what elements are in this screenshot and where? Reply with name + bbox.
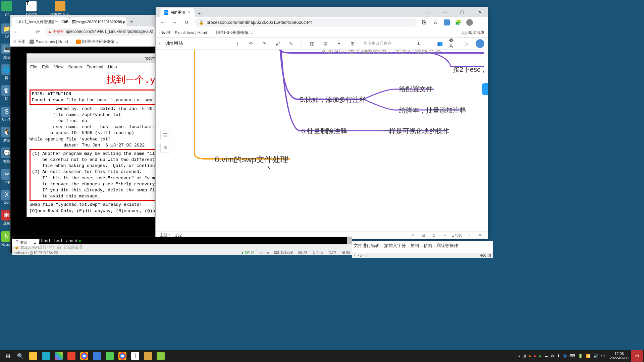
reload-button[interactable]: ⟳ [182, 18, 191, 27]
zoom-in-button[interactable]: + [466, 232, 473, 239]
app-icon[interactable] [91, 350, 103, 362]
zoom-out-button[interactable]: − [441, 232, 448, 239]
tray-icon[interactable]: ● [534, 354, 536, 358]
address-bar[interactable]: ▲ 不安全apecome.com:9494/01_Linux基础/pic/ima… [45, 28, 153, 36]
reading-list-button[interactable]: 📖阅读清单 [462, 30, 484, 36]
app-icon[interactable] [142, 350, 154, 362]
fit-icon[interactable]: ⤢ [409, 232, 416, 239]
minimize-button[interactable]: — [438, 7, 451, 16]
back-button[interactable]: ← [158, 18, 167, 27]
app-icon[interactable] [52, 350, 65, 362]
terminal-prompt-area[interactable]: [root@localhost test_vim]#▮ [12, 237, 352, 244]
more-icon[interactable]: ⋮ [233, 39, 242, 48]
layout-icon[interactable]: ▤ [321, 39, 330, 48]
browser-tab[interactable]: 📄01-7_linux文件管理篇一 · GitB…× [12, 17, 69, 26]
mindmap-node[interactable]: 给配置文件 [399, 84, 433, 94]
tray-icon[interactable]: ☁ [544, 354, 548, 358]
layout-icon[interactable]: ▥ [308, 39, 317, 48]
star-icon[interactable]: ☆ [431, 18, 439, 26]
browser-tab-active[interactable]: 🖼image-20220106201620288.p…× [69, 17, 126, 26]
back-button[interactable]: ← [12, 28, 20, 36]
bookmark-item[interactable]: Excalidraw | Hand… [175, 31, 211, 35]
extension-icon[interactable] [443, 18, 451, 26]
tray-icon[interactable]: ⓑ [563, 353, 567, 359]
tray-icon[interactable]: ● [539, 354, 541, 358]
system-tray[interactable]: ▪ ⊞ ● ● ● ☁ ✉ ⬆ ⓑ ⌨ 🔋 📶 🔊 中 [517, 353, 607, 359]
install-icon[interactable]: ⎘ [420, 18, 428, 26]
style-icon[interactable]: ✦ [335, 39, 343, 48]
typora-icon[interactable]: T [129, 350, 142, 362]
redo-button[interactable]: ↷ [260, 39, 269, 48]
forward-button[interactable]: → [23, 28, 31, 36]
collab-icon[interactable]: 👥 [435, 39, 444, 48]
play-icon[interactable]: ▷ [462, 39, 471, 48]
start-button[interactable]: ⊞ [1, 350, 14, 362]
nav-next-icon[interactable]: › [366, 253, 368, 257]
bookmark-item[interactable]: Excalidraw | Hand… [30, 40, 72, 44]
extensions-icon[interactable]: 🧩 [454, 18, 462, 26]
document-title[interactable]: vim用法 [165, 40, 183, 47]
menu-view[interactable]: View [54, 64, 63, 69]
notification-button[interactable]: 29 [631, 350, 643, 362]
menu-file[interactable]: File [30, 64, 37, 69]
user-avatar[interactable] [476, 39, 484, 48]
tray-icon[interactable]: 中 [601, 353, 605, 359]
chrome-icon[interactable] [116, 350, 129, 362]
mindmap-canvas[interactable]: 4.就可以进入编辑模式，去多行修改文本了 按2下esc，自动 5.比如，添加多行… [156, 50, 488, 231]
bookmark-item[interactable]: 阿里巴巴开源镜像… [76, 39, 118, 45]
outline-toggle-icon[interactable]: ≡ [160, 143, 170, 153]
settings-icon[interactable]: ≡ [476, 232, 484, 239]
app-icon[interactable] [103, 350, 116, 362]
mindmap-node[interactable]: 4.就可以进入编辑模式，去多行修改文本了 [322, 50, 448, 55]
forward-button[interactable]: → [170, 18, 179, 27]
apps-button[interactable]: ⠿应用 [159, 30, 170, 36]
mindmap-node-main[interactable]: 6.vim的swp文件处理 [215, 154, 288, 165]
tray-icon[interactable]: ▪ [519, 354, 520, 358]
reload-button[interactable]: ⟳ [34, 28, 42, 36]
menu-edit[interactable]: Edit [42, 64, 49, 69]
menu-terminal[interactable]: Terminal [87, 64, 103, 69]
mindmap-node[interactable]: 按2下esc，自动 [453, 65, 488, 74]
format-painter-icon[interactable]: 🖌 [273, 39, 282, 48]
edit-icon[interactable]: ✎ [287, 39, 296, 48]
outline-toggle-icon[interactable]: ☰ [160, 130, 170, 140]
app-icon[interactable] [65, 350, 78, 362]
apps-button[interactable]: ⠿应用 [13, 39, 25, 45]
minimap-icon[interactable]: ▦ [420, 232, 427, 239]
mindmap-node[interactable]: 给脚本，批量添加注释 [399, 106, 466, 115]
nav-prev-icon[interactable]: ‹ [354, 253, 356, 257]
share-icon[interactable]: �共 [449, 39, 458, 48]
scrollbar[interactable] [347, 237, 352, 244]
code-icon[interactable]: </> [358, 253, 364, 257]
browser-tab-active[interactable]: On vim用法 × [160, 8, 195, 17]
undo-button[interactable]: ↶ [247, 39, 255, 48]
profile-icon[interactable] [466, 18, 474, 26]
download-icon[interactable]: ⬇ [414, 39, 423, 48]
tray-icon[interactable]: ✉ [551, 354, 554, 358]
tray-icon[interactable]: 🔋 [578, 354, 583, 358]
address-bar[interactable]: 🔒processon.com/mindmap/6226c0311efad43be… [195, 18, 417, 27]
explorer-icon[interactable] [27, 350, 40, 362]
search-button[interactable]: 🔍 [14, 350, 27, 362]
new-tab-button[interactable]: + [195, 11, 204, 17]
app-icon[interactable] [154, 350, 167, 362]
xshell-send-input[interactable]: 🔒发送文本到当前Xshell窗口的全部会话 [12, 244, 352, 250]
mindmap-node[interactable]: 6.批量删除注释 [301, 127, 347, 136]
grid-icon[interactable]: ⊞ [348, 39, 357, 48]
chevron-down-icon[interactable]: ⌄ [421, 7, 434, 16]
tray-icon[interactable]: ⊞ [523, 354, 526, 358]
tray-icon[interactable]: ⌨ [570, 354, 575, 358]
taskbar-clock[interactable]: 12:06 2022-03-08 [607, 352, 631, 360]
new-tab-button[interactable]: + [127, 17, 137, 26]
chrome-icon[interactable] [78, 350, 91, 362]
menu-help[interactable]: Help [108, 64, 117, 69]
close-button[interactable]: ✕ [473, 7, 486, 16]
tray-icon[interactable]: ⬆ [557, 354, 560, 358]
tray-icon[interactable]: 🔊 [593, 354, 598, 358]
mindmap-node[interactable]: 5.比如，添加多行注释 [300, 95, 366, 104]
tray-icon[interactable]: 📶 [586, 354, 591, 358]
maximize-button[interactable]: ▢ [455, 7, 469, 16]
side-panel-handle[interactable] [482, 83, 488, 95]
menu-search[interactable]: Search [68, 64, 82, 69]
menu-icon[interactable]: ⋮ [477, 18, 485, 26]
